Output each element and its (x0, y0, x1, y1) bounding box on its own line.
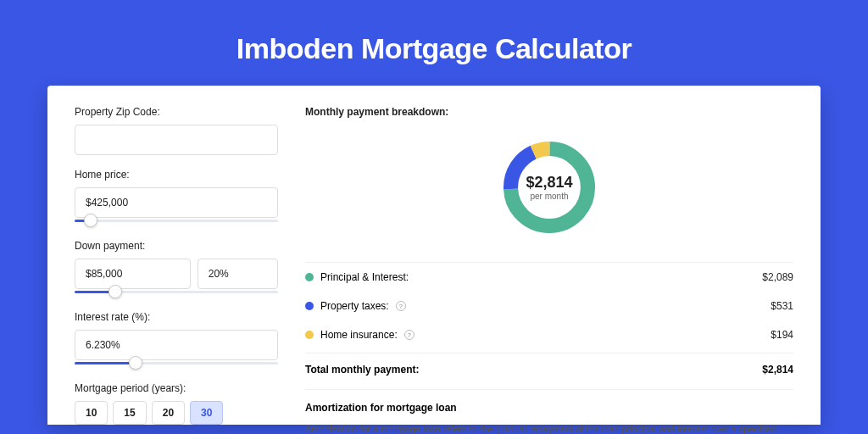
total-row: Total monthly payment: $2,814 (305, 353, 793, 389)
slider-thumb[interactable] (108, 285, 122, 298)
zip-label: Property Zip Code: (75, 106, 278, 118)
period-buttons: 10 15 20 30 (75, 401, 278, 425)
period-block: Mortgage period (years): 10 15 20 30 (75, 382, 278, 425)
down-payment-block: Down payment: (75, 240, 278, 298)
down-payment-percent-input[interactable] (198, 259, 278, 289)
period-10-button[interactable]: 10 (75, 401, 108, 425)
slider-fill (75, 362, 136, 364)
legend-insurance-row: Home insurance: ? $194 (305, 320, 793, 349)
donut-chart-wrap: $2,814 per month (305, 128, 793, 247)
interest-rate-label: Interest rate (%): (75, 311, 278, 323)
slider-thumb[interactable] (84, 214, 97, 227)
donut-sub: per month (530, 192, 568, 201)
page-title: Imboden Mortgage Calculator (0, 0, 868, 86)
home-price-label: Home price: (75, 169, 278, 181)
dot-green-icon (305, 273, 314, 281)
interest-rate-input[interactable] (75, 330, 278, 360)
dot-blue-icon (305, 302, 314, 310)
down-payment-amount-input[interactable] (75, 259, 191, 289)
amortization-title: Amortization for mortgage loan (305, 389, 793, 414)
amortization-text: Amortization for a mortgage loan refers … (305, 422, 793, 434)
legend-taxes-label: Property taxes: (320, 300, 389, 312)
interest-rate-slider[interactable] (75, 359, 278, 369)
legend-insurance-label: Home insurance: (320, 329, 398, 341)
info-icon[interactable]: ? (396, 301, 406, 311)
down-payment-slider[interactable] (75, 287, 278, 298)
period-20-button[interactable]: 20 (152, 401, 185, 425)
breakdown-panel: Monthly payment breakdown: $2,814 per mo… (305, 106, 793, 425)
period-30-button[interactable]: 30 (190, 401, 223, 425)
home-price-input[interactable] (75, 187, 278, 218)
home-price-slider[interactable] (75, 216, 278, 226)
slider-track (75, 220, 278, 222)
home-price-block: Home price: (75, 169, 278, 226)
calculator-card: Property Zip Code: Home price: Down paym… (47, 86, 821, 425)
slider-thumb[interactable] (129, 356, 142, 370)
breakdown-title: Monthly payment breakdown: (305, 106, 793, 118)
donut-center: $2,814 per month (498, 136, 600, 238)
legend-insurance-value: $194 (771, 329, 793, 341)
zip-input[interactable] (75, 125, 278, 155)
total-label: Total monthly payment: (305, 364, 419, 376)
total-value: $2,814 (762, 364, 793, 376)
dot-yellow-icon (305, 331, 314, 339)
donut-amount: $2,814 (526, 174, 572, 192)
form-panel: Property Zip Code: Home price: Down paym… (75, 106, 278, 425)
period-label: Mortgage period (years): (75, 382, 278, 394)
down-payment-label: Down payment: (75, 240, 278, 252)
legend-taxes-value: $531 (771, 300, 793, 312)
legend-taxes-row: Property taxes: ? $531 (305, 292, 793, 320)
zip-field-block: Property Zip Code: (75, 106, 278, 155)
period-15-button[interactable]: 15 (113, 401, 146, 425)
legend-principal-row: Principal & Interest: $2,089 (305, 263, 793, 292)
interest-rate-block: Interest rate (%): (75, 311, 278, 369)
info-icon[interactable]: ? (404, 330, 415, 340)
legend-principal-value: $2,089 (762, 271, 793, 283)
legend-principal-label: Principal & Interest: (320, 271, 409, 283)
donut-chart: $2,814 per month (498, 136, 600, 238)
